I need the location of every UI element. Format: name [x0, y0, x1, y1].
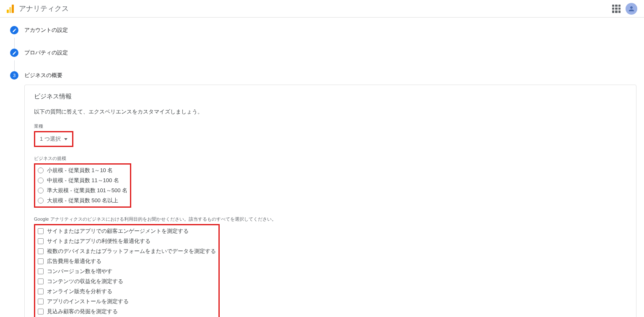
step-label: ビジネスの概要 — [24, 72, 62, 79]
step-business: 3 ビジネスの概要 — [10, 71, 644, 80]
industry-label: 業種 — [34, 123, 627, 129]
purpose-option[interactable]: サイトまたはアプリでの顧客エンゲージメントを測定する — [37, 226, 217, 236]
user-avatar[interactable] — [626, 3, 637, 15]
app-header: アナリティクス — [0, 0, 644, 18]
step-property[interactable]: プロパティの設定 — [10, 49, 644, 57]
purpose-option[interactable]: 広告費用を最適化する — [37, 256, 217, 266]
purpose-option[interactable]: コンテンツの収益化を測定する — [37, 276, 217, 286]
purpose-option[interactable]: オンライン販売を分析する — [37, 286, 217, 296]
select-text: 1 つ選択 — [40, 135, 61, 143]
business-info-panel: ビジネス情報 以下の質問に答えて、エクスペリエンスをカスタマイズしましょう。 業… — [24, 85, 636, 317]
radio-icon — [38, 178, 44, 183]
checkbox-icon — [38, 278, 44, 284]
step-number-icon: 3 — [10, 71, 18, 80]
industry-select[interactable]: 1 つ選択 — [36, 133, 72, 145]
size-option-large[interactable]: 大規模 - 従業員数 500 名以上 — [37, 196, 128, 206]
checkbox-icon — [38, 299, 44, 304]
radio-icon — [38, 198, 44, 204]
highlight-annotation: 1 つ選択 — [34, 131, 73, 147]
purpose-option[interactable]: コンバージョン数を増やす — [37, 266, 217, 276]
highlight-annotation: サイトまたはアプリでの顧客エンゲージメントを測定する サイトまたはアプリの利便性… — [34, 224, 220, 317]
step-connector — [14, 60, 15, 71]
size-option-small[interactable]: 小規模 - 従業員数 1～10 名 — [37, 165, 128, 175]
checkbox-icon — [38, 268, 44, 274]
step-label: プロパティの設定 — [24, 49, 68, 57]
purpose-option[interactable]: 見込み顧客の発掘を測定する — [37, 307, 217, 317]
purpose-label: Google アナリティクスのビジネスにおける利用目的をお聞かせください。該当す… — [34, 216, 627, 222]
apps-grid-icon[interactable] — [612, 5, 621, 13]
purpose-option[interactable]: 複数のデバイスまたはプラットフォームをまたいでデータを測定する — [37, 246, 217, 256]
app-title: アナリティクス — [19, 4, 69, 13]
edit-icon — [10, 49, 18, 57]
panel-subtitle: 以下の質問に答えて、エクスペリエンスをカスタマイズしましょう。 — [34, 108, 627, 116]
checkbox-icon — [38, 258, 44, 264]
analytics-logo-icon — [7, 5, 14, 13]
radio-icon — [38, 168, 44, 173]
checkbox-icon — [38, 309, 44, 314]
checkbox-icon — [38, 238, 44, 244]
size-option-medium[interactable]: 中規模 - 従業員数 11～100 名 — [37, 175, 128, 186]
radio-icon — [38, 188, 44, 193]
step-connector — [14, 38, 15, 49]
checkbox-icon — [38, 289, 44, 294]
step-account[interactable]: アカウントの設定 — [10, 26, 644, 34]
checkbox-icon — [38, 248, 44, 254]
size-option-midlarge[interactable]: 準大規模 - 従業員数 101～500 名 — [37, 186, 128, 196]
checkbox-icon — [38, 228, 44, 234]
highlight-annotation: 小規模 - 従業員数 1～10 名 中規模 - 従業員数 11～100 名 準大… — [34, 163, 131, 208]
chevron-down-icon — [64, 138, 68, 140]
step-label: アカウントの設定 — [24, 26, 68, 34]
purpose-option[interactable]: アプリのインストールを測定する — [37, 296, 217, 307]
size-label: ビジネスの規模 — [34, 155, 627, 162]
purpose-option[interactable]: サイトまたはアプリの利便性を最適化する — [37, 236, 217, 246]
edit-icon — [10, 26, 18, 34]
panel-title: ビジネス情報 — [34, 93, 627, 101]
